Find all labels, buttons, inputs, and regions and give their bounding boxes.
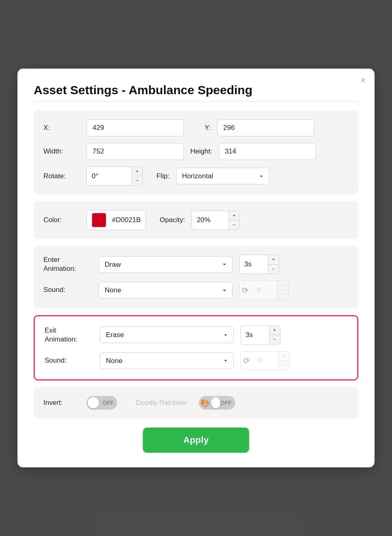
- height-label: Height:: [190, 147, 212, 156]
- wh-row: Width: Height:: [43, 143, 349, 160]
- exit-animation-label: ExitAnimation:: [45, 326, 93, 344]
- enter-sound-spinner: ⟳ + −: [239, 281, 289, 300]
- exit-sound-increment-button: +: [279, 352, 289, 361]
- exit-duration-spinner[interactable]: + −: [240, 325, 280, 344]
- color-picker[interactable]: #D0021B: [86, 210, 146, 230]
- rotate-spinner-btns: + −: [131, 167, 142, 185]
- opacity-label: Opacity:: [153, 216, 185, 224]
- invert-toggle-state: OFF: [102, 400, 116, 406]
- rainbow-toggle-knob: [211, 397, 220, 408]
- opacity-decrement-button[interactable]: −: [229, 220, 239, 229]
- opacity-input[interactable]: [192, 212, 228, 228]
- x-input[interactable]: [86, 119, 184, 136]
- y-input[interactable]: [217, 119, 314, 136]
- exit-duration-increment-button[interactable]: +: [269, 326, 280, 335]
- modal-title: Asset Settings - Ambulance Speeding: [34, 83, 358, 97]
- exit-animation-select-group: None Erase Fade Out Fly Out: [100, 326, 234, 343]
- rotate-label: Rotate:: [43, 172, 80, 180]
- enter-duration-spinner[interactable]: + −: [239, 255, 279, 274]
- enter-duration-increment-button[interactable]: +: [268, 255, 279, 264]
- close-button[interactable]: ×: [360, 76, 366, 85]
- enter-sound-decrement-button: −: [278, 290, 288, 299]
- exit-repeat-icon: ⟳: [241, 356, 252, 365]
- enter-animation-select[interactable]: None Draw Fade In Fly In: [99, 256, 233, 273]
- flip-label: Flip:: [149, 172, 170, 180]
- opacity-spinner[interactable]: + −: [192, 211, 240, 230]
- enter-duration-decrement-button[interactable]: −: [268, 265, 279, 274]
- exit-animation-select[interactable]: None Erase Fade Out Fly Out: [100, 326, 234, 343]
- y-label: Y:: [190, 124, 211, 132]
- enter-animation-section: EnterAnimation: None Draw Fade In Fly In…: [34, 246, 358, 309]
- exit-sound-select[interactable]: None: [100, 352, 234, 369]
- width-label: Width:: [43, 147, 80, 156]
- enter-sound-count-input: [253, 282, 277, 298]
- enter-animation-label: EnterAnimation:: [43, 255, 92, 273]
- enter-sound-increment-button: +: [278, 281, 288, 290]
- modal-dialog: × Asset Settings - Ambulance Speeding X:…: [17, 69, 375, 467]
- exit-animation-row: ExitAnimation: None Erase Fade Out Fly O…: [45, 325, 347, 344]
- repeat-icon: ⟳: [239, 285, 251, 295]
- enter-duration-btns: + −: [268, 255, 279, 273]
- enter-animation-select-group: None Draw Fade In Fly In: [99, 256, 233, 273]
- rainbow-toggle-state: OFF: [220, 400, 234, 406]
- color-label: Color:: [43, 216, 80, 224]
- exit-duration-input[interactable]: [241, 327, 269, 343]
- rotate-decrement-button[interactable]: −: [132, 176, 142, 185]
- invert-toggle-knob: [88, 397, 99, 408]
- xy-row: X: Y:: [43, 119, 349, 136]
- appearance-section: Color: #D0021B Opacity: + −: [34, 201, 358, 239]
- enter-sound-select[interactable]: None: [99, 282, 233, 298]
- exit-sound-spinner: ⟳ + −: [240, 351, 290, 370]
- exit-animation-section: ExitAnimation: None Erase Fade Out Fly O…: [34, 315, 358, 380]
- exit-sound-select-group: None: [100, 352, 234, 369]
- opacity-increment-button[interactable]: +: [229, 211, 239, 220]
- rotate-spinner[interactable]: + −: [86, 166, 143, 186]
- flip-select[interactable]: None Horizontal Vertical Both: [176, 168, 269, 184]
- invert-toggle[interactable]: OFF: [86, 396, 117, 410]
- x-label: X:: [43, 124, 80, 132]
- position-section: X: Y: Width: Height: Rotate: + −: [34, 110, 358, 195]
- enter-sound-spinner-btns: + −: [277, 281, 288, 299]
- title-divider: [34, 101, 358, 102]
- effects-row: Invert: OFF Doodly Rainbow: 🎨 OFF: [43, 396, 349, 410]
- rainbow-toggle[interactable]: 🎨 OFF: [199, 396, 235, 410]
- exit-sound-row: Sound: None ⟳ + −: [45, 351, 347, 370]
- effects-section: Invert: OFF Doodly Rainbow: 🎨 OFF: [34, 387, 358, 419]
- width-input[interactable]: [86, 143, 184, 160]
- invert-label: Invert:: [43, 399, 80, 407]
- rotate-flip-row: Rotate: + − Flip: None Horizontal Vertic…: [43, 166, 349, 186]
- rotate-input[interactable]: [87, 168, 131, 184]
- color-hex-value: #D0021B: [112, 216, 141, 224]
- color-swatch: [92, 213, 106, 227]
- exit-duration-decrement-button[interactable]: −: [269, 335, 280, 344]
- modal-overlay: × Asset Settings - Ambulance Speeding X:…: [0, 0, 392, 536]
- opacity-spinner-btns: + −: [228, 211, 239, 229]
- flip-select-wrapper: None Horizontal Vertical Both: [176, 168, 269, 184]
- rotate-increment-button[interactable]: +: [132, 167, 142, 176]
- exit-sound-label: Sound:: [45, 356, 93, 365]
- exit-sound-decrement-button: −: [279, 361, 289, 370]
- enter-sound-select-group: None: [99, 282, 233, 298]
- apply-button[interactable]: Apply: [143, 428, 250, 453]
- color-opacity-row: Color: #D0021B Opacity: + −: [43, 210, 349, 230]
- enter-sound-label: Sound:: [43, 285, 92, 294]
- enter-sound-row: Sound: None ⟳ + −: [43, 281, 349, 300]
- rainbow-label: Doodly Rainbow:: [136, 399, 188, 407]
- exit-sound-count-input: [254, 352, 278, 369]
- rainbow-icon: 🎨: [200, 398, 210, 408]
- exit-sound-spinner-btns: + −: [278, 352, 289, 370]
- enter-animation-row: EnterAnimation: None Draw Fade In Fly In…: [43, 255, 349, 274]
- exit-duration-btns: + −: [269, 326, 280, 344]
- enter-duration-input[interactable]: [239, 256, 268, 272]
- height-input[interactable]: [219, 143, 316, 160]
